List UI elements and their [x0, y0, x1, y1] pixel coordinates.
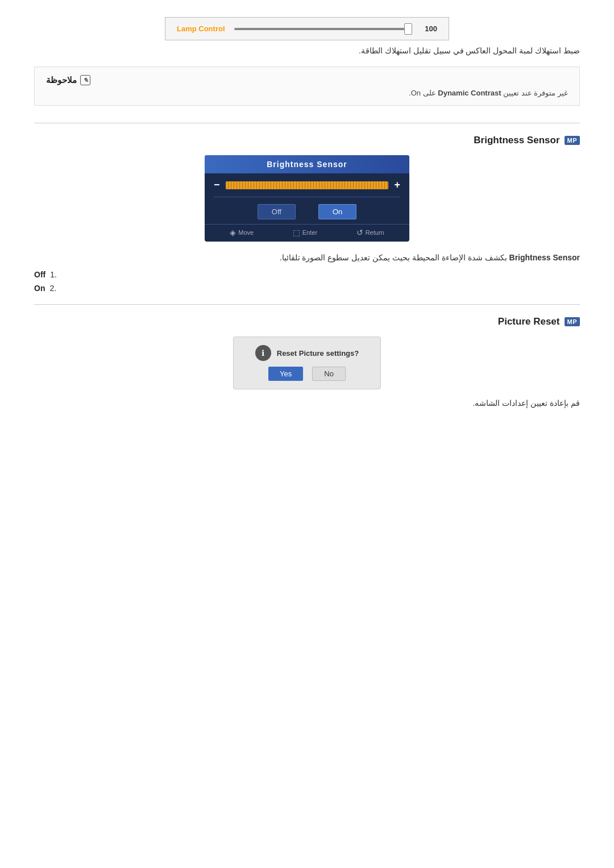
reset-question-text: Reset Picture settings?: [277, 349, 359, 358]
osd-slider-row: − +: [205, 173, 409, 197]
nav-enter: ⬚ Enter: [293, 228, 317, 237]
lamp-control-box: Lamp Control 100: [165, 17, 449, 40]
nav-move: ◈ Move: [230, 228, 254, 237]
list-item-2-label: On: [34, 284, 45, 293]
reset-info-icon: ℹ: [255, 345, 271, 361]
lamp-slider-track[interactable]: [234, 28, 412, 30]
lamp-description: ضبط استهلاك لمبة المحول العاكس في سبيل ت…: [34, 46, 580, 55]
list-item-2-num: .2: [49, 284, 56, 293]
note-icon: ✎: [80, 75, 90, 85]
osd-btn-row: Off On: [205, 202, 409, 224]
note-box: ✎ ملاحوظة غير متوفرة عند تعيين Dynamic C…: [34, 67, 580, 106]
brightness-off-button[interactable]: Off: [258, 204, 296, 219]
brightness-sensor-badge: MP: [565, 136, 580, 145]
note-text-value: On.: [409, 89, 421, 97]
osd-divider: [214, 197, 400, 197]
lamp-control-label: Lamp Control: [177, 24, 225, 33]
osd-slider-track[interactable]: [226, 181, 389, 189]
brightness-sensor-en: Brightness Sensor: [509, 253, 580, 262]
enter-icon: ⬚: [293, 228, 300, 237]
picture-reset-badge: MP: [565, 317, 580, 326]
brightness-sensor-desc-text: بكشف شدة الإضاءة المحيطة بحيث يمكن تعديل…: [280, 253, 507, 262]
picture-reset-osd: ℹ Reset Picture settings? Yes No: [233, 337, 381, 389]
move-icon: ◈: [230, 228, 236, 237]
brightness-sensor-list: .1 Off .2 On: [34, 270, 580, 293]
note-text-en: Dynamic Contrast: [438, 89, 501, 97]
note-title: ✎ ملاحوظة: [46, 75, 568, 85]
slider-plus-icon[interactable]: +: [394, 179, 400, 191]
brightness-sensor-header: Brightness Sensor MP: [34, 135, 580, 146]
brightness-sensor-osd: Brightness Sensor − + Off On ◈ Move ⬚ En…: [205, 155, 409, 242]
list-item-1-label: Off: [34, 270, 45, 279]
lamp-slider-fill: [234, 28, 412, 30]
brightness-on-button[interactable]: On: [318, 204, 356, 219]
nav-return-label: Return: [366, 229, 384, 236]
reset-icon-row: ℹ Reset Picture settings?: [255, 345, 359, 361]
picture-reset-description: قم بإعادة تعيين إعدادات الشاشه.: [34, 398, 580, 408]
reset-btn-row: Yes No: [268, 367, 346, 381]
return-icon: ↺: [356, 228, 363, 237]
nav-enter-label: Enter: [302, 229, 317, 236]
note-title-text: ملاحوظة: [46, 75, 77, 85]
divider-1: [34, 123, 580, 123]
reset-no-button[interactable]: No: [312, 367, 346, 381]
brightness-sensor-description: Brightness Sensor بكشف شدة الإضاءة المحي…: [34, 253, 580, 262]
lamp-slider-thumb[interactable]: [404, 23, 412, 35]
list-item-1-num: .1: [50, 270, 57, 279]
brightness-sensor-title: Brightness Sensor: [474, 135, 559, 146]
note-text: غير متوفرة عند تعيين Dynamic Contrast عل…: [46, 89, 568, 97]
picture-reset-title: Picture Reset: [498, 316, 560, 327]
nav-move-label: Move: [238, 229, 254, 236]
note-text-ar: غير متوفرة عند تعيين: [503, 89, 568, 97]
divider-2: [34, 304, 580, 305]
slider-minus-icon[interactable]: −: [214, 179, 220, 191]
osd-title-bar: Brightness Sensor: [205, 155, 409, 173]
picture-reset-header: Picture Reset MP: [34, 316, 580, 327]
list-item-1: .1 Off: [34, 270, 580, 279]
lamp-value: 100: [420, 24, 437, 33]
note-text-suffix: على: [423, 89, 436, 97]
reset-yes-button[interactable]: Yes: [268, 367, 303, 381]
nav-return: ↺ Return: [356, 228, 384, 237]
osd-nav-row: ◈ Move ⬚ Enter ↺ Return: [205, 224, 409, 237]
list-item-2: .2 On: [34, 284, 580, 293]
